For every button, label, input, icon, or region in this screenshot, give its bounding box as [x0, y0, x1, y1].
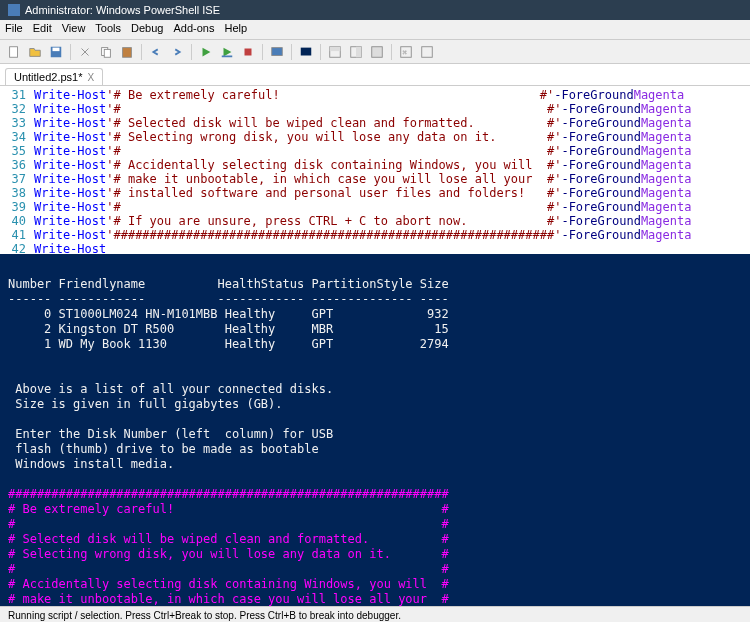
svg-rect-11	[330, 46, 341, 50]
toolbar-separator	[262, 44, 263, 60]
editor-line: 40Write-Host '# If you are unsure, press…	[0, 214, 750, 228]
editor-line: 36Write-Host '# Accidentally selecting d…	[0, 158, 750, 172]
toolbar-separator	[141, 44, 142, 60]
line-number: 42	[0, 242, 34, 254]
toolbar-separator	[70, 44, 71, 60]
menu-view[interactable]: View	[62, 22, 86, 37]
editor-line: 37Write-Host '# make it unbootable, in w…	[0, 172, 750, 186]
line-number: 34	[0, 130, 34, 144]
window-title: Administrator: Windows PowerShell ISE	[25, 4, 220, 16]
show-script-right-button[interactable]	[347, 43, 365, 61]
svg-rect-17	[422, 46, 433, 57]
line-number: 33	[0, 116, 34, 130]
editor-line: 35Write-Host '# #' -ForeGround Magenta	[0, 144, 750, 158]
script-editor[interactable]: 31Write-Host '# Be extremely careful! #'…	[0, 86, 750, 254]
toolbar-separator	[191, 44, 192, 60]
tab-label: Untitled2.ps1*	[14, 71, 83, 83]
svg-rect-13	[356, 46, 361, 57]
svg-rect-9	[301, 47, 312, 55]
tab-close-button[interactable]: X	[88, 72, 95, 83]
editor-line: 38Write-Host '# installed software and p…	[0, 186, 750, 200]
line-number: 40	[0, 214, 34, 228]
menu-debug[interactable]: Debug	[131, 22, 163, 37]
line-number: 39	[0, 200, 34, 214]
show-command-addon-button[interactable]	[418, 43, 436, 61]
svg-rect-4	[104, 49, 110, 57]
line-number: 36	[0, 158, 34, 172]
statusbar: Running script / selection. Press Ctrl+B…	[0, 606, 750, 622]
svg-rect-5	[123, 47, 132, 57]
svg-rect-8	[272, 47, 283, 55]
status-text: Running script / selection. Press Ctrl+B…	[8, 610, 401, 621]
undo-button[interactable]	[147, 43, 165, 61]
menu-edit[interactable]: Edit	[33, 22, 52, 37]
new-remote-tab-button[interactable]	[268, 43, 286, 61]
editor-line: 33Write-Host '# Selected disk will be wi…	[0, 116, 750, 130]
svg-text:⌘: ⌘	[403, 48, 407, 56]
toolbar-separator	[391, 44, 392, 60]
menu-file[interactable]: File	[5, 22, 23, 37]
show-script-max-button[interactable]	[368, 43, 386, 61]
line-number: 32	[0, 102, 34, 116]
svg-rect-7	[245, 48, 252, 55]
show-command-button[interactable]: ⌘	[397, 43, 415, 61]
cut-button[interactable]	[76, 43, 94, 61]
copy-button[interactable]	[97, 43, 115, 61]
paste-button[interactable]	[118, 43, 136, 61]
run-selection-button[interactable]	[218, 43, 236, 61]
svg-rect-6	[222, 55, 233, 57]
editor-line: 41Write-Host '##########################…	[0, 228, 750, 242]
show-script-button[interactable]	[326, 43, 344, 61]
app-icon	[8, 4, 20, 16]
stop-button[interactable]	[239, 43, 257, 61]
tab-bar: Untitled2.ps1* X	[0, 64, 750, 86]
svg-rect-2	[53, 47, 60, 51]
svg-rect-0	[10, 46, 18, 57]
toolbar-separator	[320, 44, 321, 60]
menu-tools[interactable]: Tools	[95, 22, 121, 37]
line-number: 38	[0, 186, 34, 200]
menu-help[interactable]: Help	[224, 22, 247, 37]
toolbar: ⌘	[0, 40, 750, 64]
editor-line: 42Write-Host	[0, 242, 750, 254]
new-button[interactable]	[5, 43, 23, 61]
menu-addons[interactable]: Add-ons	[173, 22, 214, 37]
powershell-tab-button[interactable]	[297, 43, 315, 61]
editor-line: 32Write-Host '# #' -ForeGround Magenta	[0, 102, 750, 116]
svg-rect-14	[372, 46, 383, 57]
save-button[interactable]	[47, 43, 65, 61]
line-number: 35	[0, 144, 34, 158]
tab-untitled2[interactable]: Untitled2.ps1* X	[5, 68, 103, 85]
line-number: 41	[0, 228, 34, 242]
editor-line: 39Write-Host '# #' -ForeGround Magenta	[0, 200, 750, 214]
console-pane[interactable]: Number Friendlyname HealthStatus Partiti…	[0, 254, 750, 606]
run-button[interactable]	[197, 43, 215, 61]
window-titlebar: Administrator: Windows PowerShell ISE	[0, 0, 750, 20]
line-number: 37	[0, 172, 34, 186]
line-number: 31	[0, 88, 34, 102]
toolbar-separator	[291, 44, 292, 60]
editor-line: 31Write-Host '# Be extremely careful! #'…	[0, 88, 750, 102]
editor-line: 34Write-Host '# Selecting wrong disk, yo…	[0, 130, 750, 144]
menubar: File Edit View Tools Debug Add-ons Help	[0, 20, 750, 40]
redo-button[interactable]	[168, 43, 186, 61]
open-button[interactable]	[26, 43, 44, 61]
